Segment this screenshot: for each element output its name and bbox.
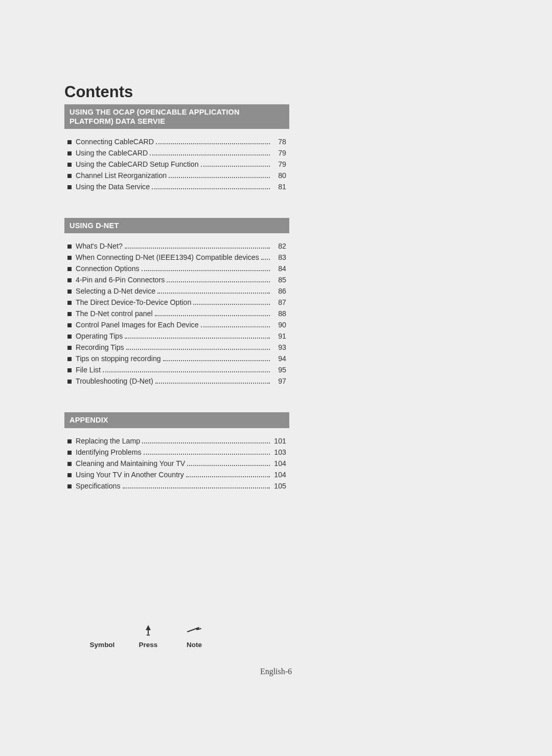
bullet-icon (67, 312, 72, 316)
leader-dots (142, 442, 270, 443)
toc-page: 95 (272, 364, 286, 375)
leader-dots (187, 465, 270, 466)
toc-label: The Direct Device-To-Device Option (76, 297, 191, 308)
leader-dots (167, 281, 270, 282)
toc-page: 104 (272, 458, 286, 469)
leader-dots (261, 259, 270, 260)
toc-row: Using the Data Service81 (67, 181, 286, 192)
svg-rect-0 (147, 635, 150, 636)
toc-row: Cleaning and Maintaining Your TV104 (67, 458, 286, 469)
leader-dots (103, 371, 270, 372)
toc-label: Tips on stopping recording (76, 353, 161, 364)
toc-label: Cleaning and Maintaining Your TV (76, 458, 185, 469)
toc-row: Troubleshooting (D-Net)97 (67, 375, 286, 387)
toc-list: Connecting CableCARD78 Using the CableCA… (64, 129, 289, 197)
leader-dots (157, 293, 270, 294)
toc-row: 4-Pin and 6-Pin Connectors85 (67, 274, 286, 285)
toc-row: Connecting CableCARD78 (67, 136, 286, 147)
leader-dots (201, 326, 270, 327)
toc-row: Tips on stopping recording94 (67, 353, 286, 364)
leader-dots (150, 154, 270, 155)
note-icon (174, 624, 215, 637)
bullet-icon (67, 267, 72, 271)
bullet-icon (67, 357, 72, 361)
toc-label: Operating Tips (76, 330, 123, 342)
toc-page: 79 (272, 147, 286, 159)
leader-dots (144, 454, 270, 455)
toc-row: Channel List Reorganization80 (67, 170, 286, 181)
toc-row: Using the CableCARD Setup Function79 (67, 159, 286, 170)
toc-row: Selecting a D-Net device86 (67, 285, 286, 297)
toc-page: 101 (272, 435, 286, 447)
bullet-icon (67, 451, 72, 455)
leader-dots (201, 166, 270, 167)
bullet-icon (67, 473, 72, 477)
toc-label: When Connecting D-Net (IEEE1394) Compati… (76, 252, 259, 263)
toc-row: Recording Tips93 (67, 342, 286, 353)
toc-row: Replacing the Lamp101 (67, 435, 286, 447)
section-heading: APPENDIX (64, 412, 289, 428)
toc-label: Recording Tips (76, 342, 124, 353)
leader-dots (142, 270, 270, 271)
leader-dots (152, 188, 270, 189)
legend-note: Note (174, 624, 215, 649)
toc-page: 103 (272, 447, 286, 458)
toc-page: 80 (272, 170, 286, 181)
bullet-icon (67, 163, 72, 167)
toc-page: 78 (272, 136, 286, 147)
legend-label: Symbol (82, 641, 123, 649)
toc-row: Identifying Problems103 (67, 447, 286, 458)
leader-dots (123, 487, 270, 488)
toc-label: Connecting CableCARD (76, 136, 154, 147)
bullet-icon (67, 323, 72, 327)
toc-row: Using Your TV in Another Country104 (67, 469, 286, 480)
blank-icon (82, 624, 123, 637)
section-heading: USING THE OCAP (OPENCABLE APPLICATION PL… (64, 104, 289, 129)
bullet-icon (67, 301, 72, 305)
bullet-icon (67, 484, 72, 488)
toc-label: File List (76, 364, 101, 375)
leader-dots (125, 248, 270, 249)
toc-page: 82 (272, 240, 286, 252)
toc-page: 97 (272, 375, 286, 387)
toc-label: Using the CableCARD Setup Function (76, 159, 199, 170)
leader-dots (155, 315, 270, 316)
leader-dots (155, 383, 270, 384)
bullet-icon (67, 256, 72, 260)
bullet-icon (67, 462, 72, 466)
toc-label: Specifications (76, 480, 121, 492)
toc-label: Connection Options (76, 263, 140, 274)
toc-list: What's D-Net?82 When Connecting D-Net (I… (64, 233, 289, 392)
toc-label: Channel List Reorganization (76, 170, 167, 181)
toc-row: Connection Options84 (67, 263, 286, 274)
toc-row: Specifications105 (67, 480, 286, 492)
press-icon (128, 624, 169, 637)
bullet-icon (67, 368, 72, 372)
legend-symbol: Symbol (82, 624, 123, 649)
bullet-icon (67, 335, 72, 339)
content-column: Contents USING THE OCAP (OPENCABLE APPLI… (64, 83, 289, 497)
toc-row: What's D-Net?82 (67, 240, 286, 252)
bullet-icon (67, 290, 72, 294)
bullet-icon (67, 439, 72, 443)
toc-row: Control Panel Images for Each Device90 (67, 319, 286, 330)
leader-dots (163, 360, 270, 361)
toc-page: 79 (272, 159, 286, 170)
leader-dots (169, 177, 270, 178)
toc-label: Using the Data Service (76, 181, 150, 192)
leader-dots (156, 143, 270, 144)
toc-list: Replacing the Lamp101 Identifying Proble… (64, 428, 289, 497)
leader-dots (125, 338, 270, 339)
toc-row: The D-Net control panel88 (67, 308, 286, 319)
toc-label: Replacing the Lamp (76, 435, 140, 447)
bullet-icon (67, 278, 72, 282)
section-heading: USING D-NET (64, 218, 289, 233)
bullet-icon (67, 140, 72, 144)
toc-label: Using the CableCARD (76, 147, 148, 159)
page-number: English-6 (260, 667, 292, 676)
toc-label: Selecting a D-Net device (76, 285, 155, 297)
legend-label: Press (128, 641, 169, 649)
legend-press: Press (128, 624, 169, 649)
legend-label: Note (174, 641, 215, 649)
toc-row: Operating Tips91 (67, 330, 286, 342)
